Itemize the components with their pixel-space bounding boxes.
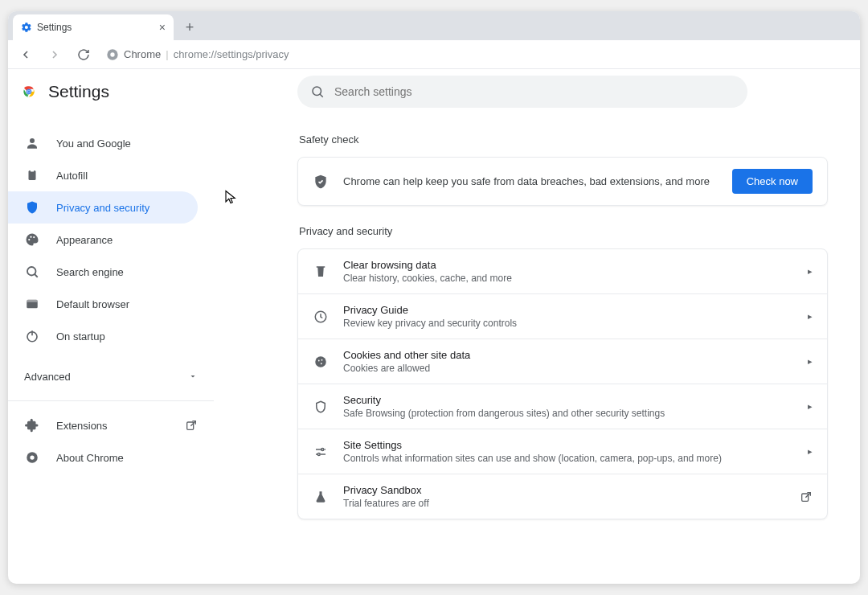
sidebar-item-autofill[interactable]: Autofill: [8, 159, 198, 191]
settings-page: Settings You and Google Autofill: [8, 69, 860, 584]
gear-icon: [21, 22, 32, 33]
power-icon: [24, 329, 40, 343]
row-site-settings[interactable]: Site Settings Controls what information …: [298, 429, 827, 474]
row-cookies[interactable]: Cookies and other site data Cookies are …: [298, 339, 827, 384]
open-external-icon: [800, 490, 813, 503]
svg-point-26: [321, 448, 324, 450]
browser-window: Settings × + Chrome | chrome://settings/…: [8, 11, 860, 584]
check-now-button[interactable]: Check now: [732, 169, 813, 194]
svg-point-13: [27, 267, 36, 276]
search-input[interactable]: [334, 85, 735, 98]
svg-point-25: [321, 363, 322, 364]
sidebar-item-you-and-google[interactable]: You and Google: [8, 127, 198, 159]
brand: Settings: [21, 82, 297, 101]
svg-point-22: [315, 356, 326, 367]
chevron-right-icon: ▸: [808, 401, 813, 412]
site-info-icon[interactable]: [106, 48, 119, 61]
browser-icon: [24, 297, 40, 311]
privacy-security-card: Clear browsing data Clear history, cooki…: [297, 248, 828, 519]
new-tab-button[interactable]: +: [178, 16, 201, 39]
row-clear-browsing-data[interactable]: Clear browsing data Clear history, cooki…: [298, 249, 827, 293]
svg-point-19: [30, 455, 34, 459]
row-security[interactable]: Security Safe Browsing (protection from …: [298, 384, 827, 429]
shield-icon: [313, 400, 329, 414]
row-text: Clear browsing data Clear history, cooki…: [343, 259, 793, 284]
sidebar-item-about-chrome[interactable]: About Chrome: [8, 441, 214, 474]
chrome-icon: [24, 450, 40, 465]
row-text: Privacy Guide Review key privacy and sec…: [343, 304, 793, 329]
main-content: Safety check Chrome can help keep you sa…: [297, 114, 860, 584]
close-tab-icon[interactable]: ×: [159, 21, 166, 34]
sidebar: You and Google Autofill Privacy and secu…: [8, 114, 214, 584]
svg-point-1: [110, 52, 114, 56]
row-text: Cookies and other site data Cookies are …: [343, 349, 793, 374]
back-button[interactable]: [14, 43, 37, 66]
svg-point-11: [30, 236, 31, 238]
reload-button[interactable]: [72, 43, 95, 66]
privacy-security-heading: Privacy and security: [299, 225, 828, 237]
extension-icon: [24, 418, 40, 433]
sidebar-item-appearance[interactable]: Appearance: [8, 224, 198, 256]
shield-check-icon: [313, 174, 329, 190]
row-title: Privacy Guide: [343, 304, 793, 316]
safety-check-heading: Safety check: [299, 133, 828, 146]
clipboard-icon: [24, 168, 40, 183]
sidebar-item-default-browser[interactable]: Default browser: [8, 288, 198, 320]
row-title: Security: [343, 394, 793, 406]
svg-rect-28: [802, 494, 809, 501]
advanced-label: Advanced: [24, 371, 71, 383]
row-privacy-sandbox[interactable]: Privacy Sandbox Trial features are off: [298, 474, 827, 519]
row-title: Privacy Sandbox: [343, 484, 785, 496]
svg-point-6: [313, 87, 321, 96]
svg-point-24: [321, 359, 323, 360]
palette-icon: [24, 232, 40, 247]
row-text: Privacy Sandbox Trial features are off: [343, 484, 785, 509]
svg-point-5: [27, 90, 30, 92]
sidebar-divider: [8, 400, 214, 401]
svg-rect-15: [27, 300, 38, 302]
sidebar-item-label: Autofill: [56, 170, 88, 182]
trash-icon: [313, 265, 329, 279]
shield-icon: [24, 200, 40, 215]
safety-check-card: Chrome can help keep you safe from data …: [297, 157, 828, 206]
url-origin: Chrome: [124, 48, 161, 60]
url-path: chrome://settings/privacy: [174, 48, 289, 60]
row-privacy-guide[interactable]: Privacy Guide Review key privacy and sec…: [298, 293, 827, 339]
chevron-right-icon: ▸: [808, 356, 813, 367]
chevron-down-icon: [188, 371, 198, 381]
svg-rect-9: [31, 170, 35, 172]
chrome-logo-icon: [21, 84, 37, 100]
svg-rect-17: [187, 422, 194, 429]
address-bar[interactable]: Chrome | chrome://settings/privacy: [101, 48, 289, 61]
forward-button[interactable]: [43, 43, 66, 66]
sidebar-item-privacy-security[interactable]: Privacy and security: [8, 191, 198, 224]
row-title: Cookies and other site data: [343, 349, 793, 361]
search-icon: [24, 265, 40, 279]
safety-check-row: Chrome can help keep you safe from data …: [298, 158, 827, 205]
row-subtitle: Cookies are allowed: [343, 363, 793, 374]
row-subtitle: Trial features are off: [343, 498, 785, 509]
svg-point-23: [318, 359, 320, 361]
search-settings[interactable]: [297, 76, 747, 108]
sidebar-item-label: On startup: [56, 330, 105, 343]
sidebar-item-on-startup[interactable]: On startup: [8, 320, 198, 352]
svg-point-27: [317, 453, 320, 455]
search-icon: [310, 84, 325, 99]
extensions-label: Extensions: [56, 420, 108, 432]
flask-icon: [313, 490, 329, 504]
page-header: Settings: [8, 69, 860, 114]
browser-tab-settings[interactable]: Settings ×: [13, 14, 174, 40]
row-subtitle: Clear history, cookies, cache, and more: [343, 273, 793, 284]
row-text: Security Safe Browsing (protection from …: [343, 394, 793, 419]
svg-rect-8: [29, 170, 36, 180]
page-title: Settings: [48, 82, 109, 101]
tab-title: Settings: [37, 22, 72, 33]
page-body: You and Google Autofill Privacy and secu…: [8, 114, 860, 584]
chevron-right-icon: ▸: [808, 311, 813, 322]
open-external-icon: [185, 419, 198, 432]
sidebar-advanced-toggle[interactable]: Advanced: [8, 360, 214, 392]
sidebar-item-extensions[interactable]: Extensions: [8, 409, 214, 441]
sidebar-item-label: Privacy and security: [56, 202, 149, 214]
sidebar-item-search-engine[interactable]: Search engine: [8, 256, 198, 288]
sidebar-item-label: You and Google: [56, 137, 131, 150]
